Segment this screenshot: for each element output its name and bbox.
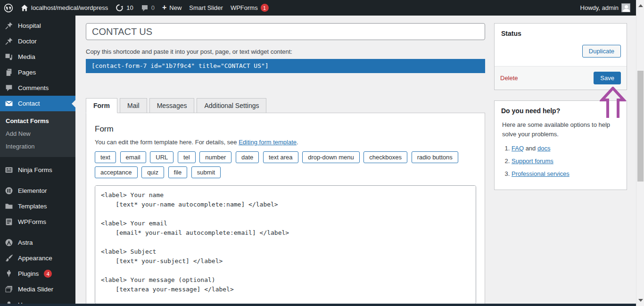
delete-link[interactable]: Delete: [500, 74, 518, 82]
vertical-scrollbar[interactable]: [636, 0, 644, 306]
help-list: FAQ and docs Support forums Professional…: [495, 145, 627, 177]
faq-link[interactable]: FAQ: [512, 145, 524, 152]
sidebar-item-label: Contact: [18, 100, 40, 107]
description-period: .: [297, 139, 298, 146]
tag-button-quiz[interactable]: quiz: [141, 166, 164, 178]
support-forums-link[interactable]: Support forums: [512, 157, 553, 165]
sidebar-item-media[interactable]: Media: [0, 49, 75, 65]
home-icon: [21, 4, 28, 12]
sidebar-item-label: Templates: [18, 203, 47, 210]
sidebar-item-contact[interactable]: Contact: [0, 96, 75, 111]
tag-button-acceptance[interactable]: acceptance: [95, 166, 138, 178]
save-button[interactable]: Save: [594, 72, 621, 84]
wpforms-menu[interactable]: WPForms 1: [231, 4, 269, 12]
updates-menu[interactable]: 10: [116, 4, 133, 12]
paintbrush-icon: [4, 254, 14, 262]
form-icon: [4, 166, 14, 174]
scroll-up-arrow-icon[interactable]: [638, 4, 643, 7]
help-item-and: and: [524, 145, 537, 152]
wpforms-label: WPForms: [231, 4, 258, 11]
sidebar-item-comments[interactable]: Comments: [0, 80, 75, 96]
docs-link[interactable]: docs: [537, 145, 550, 152]
sidebar-item-appearance[interactable]: Appearance: [0, 250, 75, 266]
new-label: New: [169, 4, 182, 11]
help-item-support-forums: Support forums: [512, 157, 627, 165]
tag-button-drop-down-menu[interactable]: drop-down menu: [302, 151, 360, 163]
pages-icon: [4, 68, 14, 76]
scroll-down-arrow-icon[interactable]: [638, 299, 643, 302]
tag-button-text[interactable]: text: [95, 151, 116, 163]
tag-button-text-area[interactable]: text area: [263, 151, 298, 163]
sidebar-item-templates[interactable]: Templates: [0, 198, 75, 214]
site-name: localhost/medical/wordpress: [31, 4, 108, 11]
tag-button-email[interactable]: email: [120, 151, 146, 163]
submenu-item-contact-forms[interactable]: Contact Forms: [0, 115, 75, 127]
sidebar-item-ninja-forms[interactable]: Ninja Forms: [0, 162, 75, 178]
submenu-item-add-new[interactable]: Add New: [0, 127, 75, 140]
plugins-badge: 4: [44, 270, 52, 278]
tag-button-checkboxes[interactable]: checkboxes: [363, 151, 407, 163]
sidebar-item-plugins[interactable]: Plugins 4: [0, 266, 75, 281]
sidebar-item-label: Doctor: [18, 38, 37, 45]
sidebar-item-label: Astra: [18, 239, 33, 246]
pushpin-icon: [4, 22, 14, 30]
sidebar-item-label: Plugins: [18, 270, 39, 277]
duplicate-button[interactable]: Duplicate: [582, 45, 621, 58]
submenu-item-integration[interactable]: Integration: [0, 140, 75, 153]
site-menu[interactable]: localhost/medical/wordpress: [21, 4, 108, 12]
tab-additional-settings[interactable]: Additional Settings: [197, 98, 266, 113]
media-icon: [4, 53, 14, 61]
sidebar-item-label: Media Slider: [18, 286, 53, 293]
tag-button-number[interactable]: number: [199, 151, 231, 163]
tag-button-submit[interactable]: submit: [191, 166, 221, 178]
comments-count: 0: [151, 4, 155, 11]
tag-button-radio-buttons[interactable]: radio buttons: [412, 151, 458, 163]
wordpress-logo-icon: [4, 3, 13, 13]
tab-mail[interactable]: Mail: [120, 98, 147, 113]
window: localhost/medical/wordpress 10 0: [0, 0, 644, 306]
new-menu[interactable]: + New: [162, 4, 182, 11]
editing-form-template-link[interactable]: Editing form template: [239, 139, 297, 146]
sidebar-item-astra[interactable]: Astra: [0, 235, 75, 250]
content-area: Copy this shortcode and paste it into yo…: [75, 16, 636, 306]
menu-separator: [0, 178, 75, 183]
smart-slider-menu[interactable]: Smart Slider: [189, 4, 223, 11]
comments-icon: [4, 84, 14, 92]
tag-button-date[interactable]: date: [236, 151, 259, 163]
sidebar-item-doctor[interactable]: Doctor: [0, 33, 75, 49]
form-title-input[interactable]: [86, 23, 485, 40]
howdy-menu[interactable]: Howdy, admin: [580, 3, 630, 12]
tab-form[interactable]: Form: [86, 98, 117, 113]
professional-services-link[interactable]: Professional services: [512, 170, 570, 177]
status-footer: Delete Save: [495, 66, 627, 90]
sidebar-item-hospital[interactable]: Hospital: [0, 18, 75, 33]
tag-button-url[interactable]: URL: [150, 151, 173, 163]
envelope-icon: [4, 99, 14, 108]
menu-separator: [0, 157, 75, 162]
sidebar-item-pages[interactable]: Pages: [0, 65, 75, 80]
photo-stack-icon: [4, 285, 14, 293]
pushpin-icon: [4, 37, 14, 45]
help-intro: Here are some available options to help …: [495, 115, 627, 139]
help-box: Do you need help? Here are some availabl…: [494, 100, 627, 190]
scrollbar-thumb[interactable]: [637, 71, 644, 182]
shortcode-box[interactable]: [contact-form-7 id="1b7f9c4" title="CONT…: [86, 59, 485, 73]
sidebar-item-elementor[interactable]: Elementor: [0, 183, 75, 198]
form-template-textarea[interactable]: <label> Your name [text* your-name autoc…: [95, 185, 476, 304]
tab-messages[interactable]: Messages: [149, 98, 195, 113]
sidebar-item-label: Appearance: [18, 255, 52, 262]
avatar: [621, 3, 630, 12]
sidebar-item-wpforms[interactable]: WPForms: [0, 214, 75, 230]
tag-button-tel[interactable]: tel: [178, 151, 196, 163]
admin-bar: localhost/medical/wordpress 10 0: [0, 0, 636, 16]
clipboard-icon: [4, 218, 14, 226]
comment-bubble-icon: [141, 4, 149, 12]
tag-button-file[interactable]: file: [168, 166, 188, 178]
panel-heading: Form: [95, 124, 476, 134]
comments-menu[interactable]: 0: [141, 4, 155, 12]
help-item-professional-services: Professional services: [512, 170, 627, 177]
description-text: You can edit the form template here. For…: [95, 139, 239, 146]
sidebar-item-media-slider[interactable]: Media Slider: [0, 281, 75, 297]
form-panel: Form You can edit the form template here…: [86, 113, 485, 306]
wordpress-logo-icon[interactable]: [4, 3, 13, 13]
